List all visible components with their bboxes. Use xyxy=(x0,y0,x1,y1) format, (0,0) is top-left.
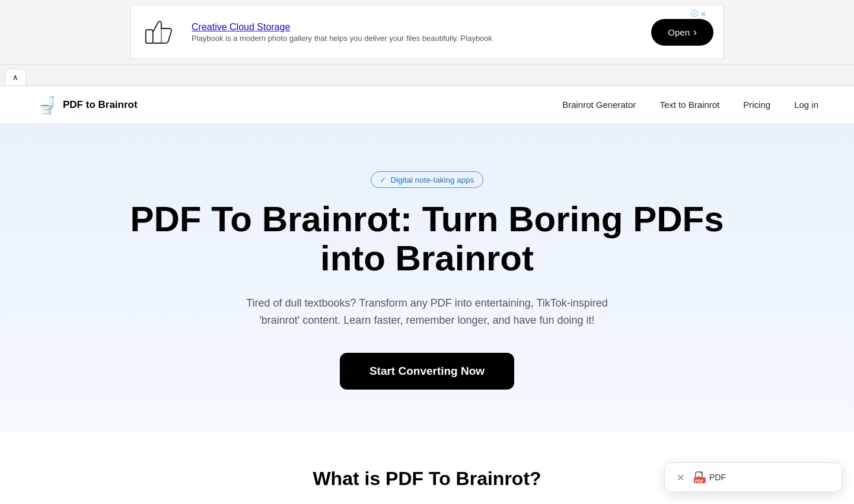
nav-brainrot-generator[interactable]: Brainrot Generator xyxy=(562,100,636,110)
tab-bar: ∧ xyxy=(0,65,854,86)
ad-open-button[interactable]: Open xyxy=(651,19,713,46)
hero-section: ✓ Digital note-taking apps PDF To Brainr… xyxy=(0,124,854,432)
hero-title: PDF To Brainrot: Turn Boring PDFs into B… xyxy=(101,200,753,278)
ad-info-icon[interactable]: ⓘ xyxy=(691,9,698,19)
ad-info-icons: ⓘ ✕ xyxy=(691,9,706,19)
hero-description: Tired of dull textbooks? Transform any P… xyxy=(237,295,617,329)
logo-icon: 🚽 xyxy=(36,94,57,116)
navbar: 🚽 PDF to Brainrot Brainrot Generator Tex… xyxy=(0,86,854,124)
ad-thumbnail xyxy=(141,11,182,53)
svg-rect-0 xyxy=(146,30,153,43)
hero-badge[interactable]: ✓ Digital note-taking apps xyxy=(371,171,483,188)
popup-pdf-label: PDF PDF xyxy=(694,471,726,483)
ad-content: Creative Cloud Storage Playbook is a mod… xyxy=(192,22,642,43)
tab-collapse-button[interactable]: ∧ xyxy=(5,69,26,85)
badge-check-icon: ✓ xyxy=(380,175,387,184)
pdf-file-icon: PDF xyxy=(694,471,706,483)
hero-cta-button[interactable]: Start Converting Now xyxy=(340,353,514,390)
collapse-icon: ∧ xyxy=(12,73,18,82)
popup-pdf-text: PDF xyxy=(709,473,726,482)
ad-banner-wrapper: ⓘ ✕ Creative Cloud Storage Playbook is a… xyxy=(0,0,854,65)
nav-logo[interactable]: 🚽 PDF to Brainrot xyxy=(36,94,138,116)
nav-login[interactable]: Log in xyxy=(794,100,818,110)
bottom-popup: ✕ PDF PDF xyxy=(664,462,842,492)
svg-text:PDF: PDF xyxy=(695,479,704,483)
svg-text:🚽: 🚽 xyxy=(37,95,57,115)
ad-description: Playbook is a modern photo gallery that … xyxy=(192,34,642,43)
logo-text: PDF to Brainrot xyxy=(63,99,138,111)
ad-banner: ⓘ ✕ Creative Cloud Storage Playbook is a… xyxy=(130,5,724,59)
thumbs-up-icon xyxy=(144,14,179,50)
ad-title[interactable]: Creative Cloud Storage xyxy=(192,22,642,33)
nav-pricing[interactable]: Pricing xyxy=(743,100,770,110)
popup-close-button[interactable]: ✕ xyxy=(677,472,684,483)
ad-close-icon[interactable]: ✕ xyxy=(700,10,706,18)
nav-links: Brainrot Generator Text to Brainrot Pric… xyxy=(562,100,818,110)
nav-text-to-brainrot[interactable]: Text to Brainrot xyxy=(659,100,719,110)
hero-badge-text: Digital note-taking apps xyxy=(390,176,474,184)
